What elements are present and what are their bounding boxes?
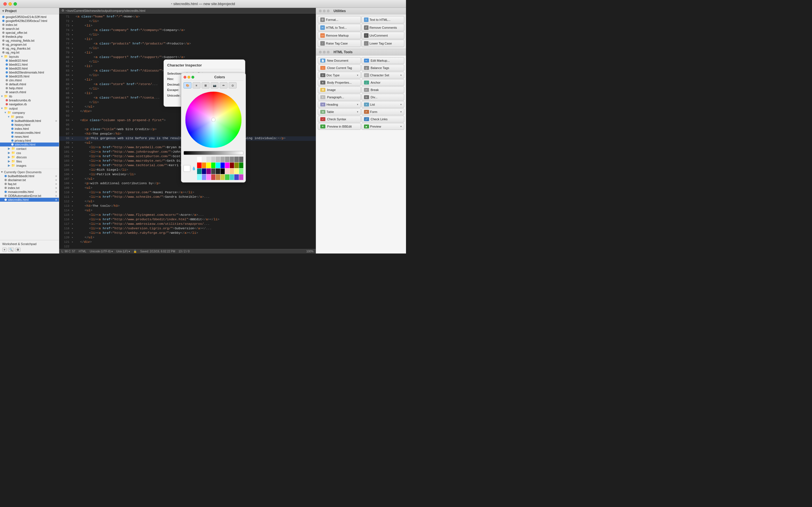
character-set-button[interactable]: C Character Set ▾ bbox=[361, 72, 405, 78]
open-doc-disclaimer[interactable]: disclaimer.txt ✕ bbox=[0, 178, 59, 182]
sidebar-add-button[interactable]: + bbox=[2, 247, 7, 252]
open-doc-index-txt[interactable]: index.txt ✕ bbox=[0, 186, 59, 190]
minimize-button[interactable] bbox=[8, 2, 12, 6]
folder-discuss[interactable]: ▶ 📁 discuss bbox=[0, 155, 59, 159]
close-icon[interactable]: ✕ bbox=[54, 179, 58, 182]
open-doc-sitecredits[interactable]: sitecredits.html ✕ bbox=[0, 198, 59, 202]
color-swatch[interactable] bbox=[225, 174, 230, 180]
list-button[interactable]: ≡ List ▾ bbox=[361, 101, 405, 108]
tree-file-bbedit20t[interactable]: bbedit20testimonials.html bbox=[0, 70, 59, 74]
sidebar-footer-buttons[interactable]: + 🔍 ⚙ bbox=[2, 247, 57, 252]
sidebar-gear-button[interactable]: ⚙ bbox=[15, 247, 20, 252]
color-swatch[interactable] bbox=[239, 168, 244, 174]
color-swatch[interactable] bbox=[211, 168, 216, 174]
color-swatch[interactable] bbox=[234, 174, 239, 180]
tree-file-privacy[interactable]: privacy.html bbox=[0, 138, 59, 143]
tree-file-ug-reg-thanks[interactable]: ug_reg_thanks.txt bbox=[0, 47, 59, 50]
tree-file-bbedit20[interactable]: bbedit20.html bbox=[0, 66, 59, 70]
tree-file-search[interactable]: search.txt bbox=[0, 27, 59, 31]
tree-file-history[interactable]: history.html bbox=[0, 123, 59, 127]
color-palette-tab[interactable]: ⊞ bbox=[202, 82, 209, 89]
color-crosshair[interactable] bbox=[212, 118, 215, 121]
color-swatch[interactable] bbox=[230, 157, 234, 162]
colors-toolbar[interactable]: 🎨 ≡ ⊞ 📷 ✏ ⊙ bbox=[184, 82, 243, 89]
color-swatch[interactable] bbox=[220, 174, 225, 180]
color-swatch[interactable] bbox=[234, 163, 239, 168]
html-to-text-button[interactable]: H HTML to Text... bbox=[318, 24, 361, 31]
anchor-button[interactable]: ⚓ Anchor bbox=[361, 79, 405, 86]
encoding-indicator[interactable]: Unicode (UTF-8) ▾ bbox=[90, 250, 113, 253]
color-wheel-tab[interactable]: 🎨 bbox=[184, 82, 192, 89]
color-swatch[interactable] bbox=[211, 157, 216, 162]
color-swatch[interactable] bbox=[225, 163, 230, 168]
tree-file-clm[interactable]: clm.rhtml bbox=[0, 78, 59, 82]
color-brightness-slider[interactable] bbox=[184, 151, 243, 155]
check-syntax-button[interactable]: ✓ Check Syntax bbox=[318, 116, 361, 122]
tree-file-bbedit10[interactable]: bbedit10.html bbox=[0, 59, 59, 62]
colors-close-dot[interactable] bbox=[184, 76, 186, 78]
color-swatch[interactable] bbox=[197, 168, 202, 174]
tree-file-ug-reg[interactable]: ug_reg.txt bbox=[0, 50, 59, 54]
check-links-button[interactable]: 🔗 Check Links bbox=[361, 116, 405, 122]
color-swatch[interactable] bbox=[220, 168, 225, 174]
format-button[interactable]: ⚙ Format... bbox=[318, 16, 361, 23]
tree-file-builtwith[interactable]: builtwithbbedit.html ✕ bbox=[0, 119, 59, 123]
preview-bbedit-button[interactable]: 👁 Preview in BBEdit bbox=[318, 123, 361, 130]
edit-markup-button[interactable]: ✏ Edit Markup... bbox=[361, 57, 405, 64]
heading-button[interactable]: H Heading ▾ bbox=[318, 101, 361, 108]
tree-file-sitecredits[interactable]: sitecredits.html bbox=[0, 143, 59, 147]
open-doc-faq[interactable]: faq.txt ✕ bbox=[0, 182, 59, 186]
color-swatch[interactable] bbox=[206, 168, 211, 174]
color-custom-tab[interactable]: ⊙ bbox=[229, 82, 237, 89]
folder-css[interactable]: ▶ 📁 css bbox=[0, 151, 59, 155]
color-swatch[interactable] bbox=[202, 157, 206, 162]
open-doc-builtwith[interactable]: builtwithbbedit.html ✕ bbox=[0, 174, 59, 178]
lineending-indicator[interactable]: Unix (LF) ▾ bbox=[116, 250, 130, 253]
color-swatch[interactable] bbox=[202, 174, 206, 180]
tree-file-bbedit11[interactable]: bbedit11.html bbox=[0, 62, 59, 66]
folder-company[interactable]: ▾ 📁 company bbox=[0, 110, 59, 115]
color-crayon-tab[interactable]: ✏ bbox=[220, 82, 227, 89]
folder-press[interactable]: ▾ 📁 press bbox=[0, 115, 59, 119]
color-swatch[interactable] bbox=[239, 157, 244, 162]
tree-file-thedeck[interactable]: thedeck.php bbox=[0, 35, 59, 39]
form-button[interactable]: F Form ▾ bbox=[361, 108, 405, 115]
color-swatch[interactable] bbox=[197, 157, 202, 162]
folder-layouts[interactable]: ▾ 📁 layouts bbox=[0, 54, 59, 59]
utilities-window-controls[interactable] bbox=[319, 10, 329, 12]
color-swatch[interactable] bbox=[206, 174, 211, 180]
tree-file-bbedit105[interactable]: bbedit105.html bbox=[0, 74, 59, 78]
div-button[interactable]: D Div... bbox=[361, 94, 405, 101]
color-swatch[interactable] bbox=[197, 163, 202, 168]
close-icon[interactable]: ✕ bbox=[54, 182, 58, 186]
color-image-tab[interactable]: 📷 bbox=[211, 82, 218, 89]
folder-images[interactable]: ▶ 📁 images bbox=[0, 163, 59, 168]
close-icon[interactable]: ✕ bbox=[54, 119, 58, 122]
color-swatch[interactable] bbox=[220, 157, 225, 162]
color-swatch[interactable] bbox=[197, 174, 202, 180]
close-icon[interactable]: ✕ bbox=[54, 175, 58, 178]
tree-file-mosaic[interactable]: mosaiccredits.html bbox=[0, 131, 59, 135]
color-swatch[interactable] bbox=[206, 163, 211, 168]
tree-file-ug-program[interactable]: ug_program.txt bbox=[0, 43, 59, 47]
folder-output[interactable]: ▾ 📁 output bbox=[0, 106, 59, 110]
color-swatch[interactable] bbox=[202, 168, 206, 174]
body-properties-button[interactable]: B Body Properties... bbox=[318, 79, 361, 86]
color-swatch[interactable] bbox=[220, 163, 225, 168]
color-swatch[interactable] bbox=[211, 174, 216, 180]
new-document-button[interactable]: 📄 New Document bbox=[318, 57, 361, 64]
sidebar-search-button[interactable]: 🔍 bbox=[8, 247, 14, 252]
tree-file-search-rhtml[interactable]: search.rhtml bbox=[0, 90, 59, 94]
tree-file-help[interactable]: help.rhtml bbox=[0, 86, 59, 90]
color-sliders-tab[interactable]: ≡ bbox=[193, 82, 200, 89]
eyedropper-icon[interactable]: 💧 bbox=[191, 166, 197, 171]
tree-file-breadcrumbs[interactable]: breadcrumbs.rb bbox=[0, 98, 59, 102]
color-swatch[interactable] bbox=[239, 163, 244, 168]
raise-tag-button[interactable]: ↑ Raise Tag Case bbox=[318, 40, 361, 47]
color-swatch[interactable] bbox=[230, 174, 234, 180]
open-doc-mosaic[interactable]: mosaiccredits.html ✕ bbox=[0, 190, 59, 194]
tree-file-index-txt[interactable]: index.txt bbox=[0, 23, 59, 27]
remove-markup-button[interactable]: </> Remove Markup bbox=[318, 32, 361, 39]
doc-type-button[interactable]: D Doc Type ▾ bbox=[318, 72, 361, 78]
break-button[interactable]: ↵ Break bbox=[361, 87, 405, 93]
